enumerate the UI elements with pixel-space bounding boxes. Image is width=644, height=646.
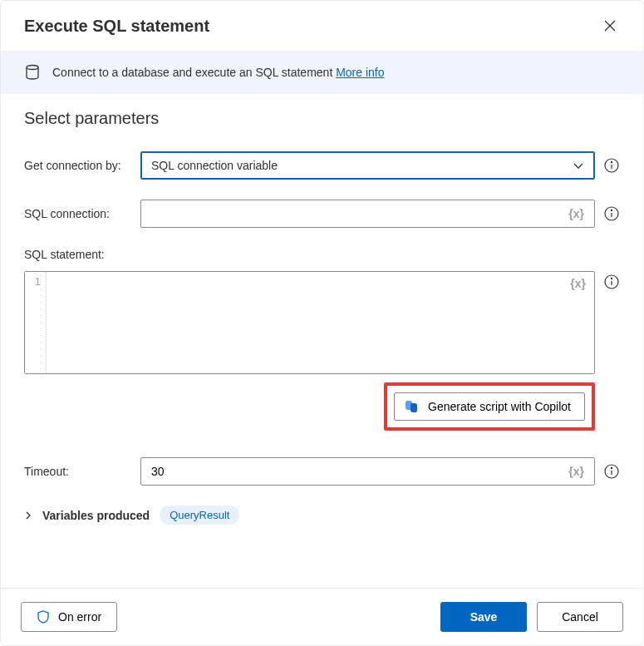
field-timeout: Timeout: {x}: [24, 457, 620, 486]
on-error-button[interactable]: On error: [21, 602, 117, 632]
variable-chip-queryresult[interactable]: QueryResult: [160, 505, 239, 525]
svg-point-14: [611, 467, 612, 468]
timeout-label: Timeout:: [24, 465, 140, 478]
cancel-button[interactable]: Cancel: [537, 602, 623, 632]
chevron-down-icon: [573, 160, 584, 171]
dialog-header: Execute SQL statement: [1, 1, 643, 51]
execute-sql-dialog: Execute SQL statement Connect to a datab…: [0, 0, 644, 646]
dialog-title: Execute SQL statement: [24, 17, 209, 36]
timeout-info[interactable]: [603, 463, 620, 480]
svg-point-5: [611, 161, 612, 162]
editor-gutter: 1: [25, 272, 47, 373]
copilot-highlight: Generate script with Copilot: [384, 382, 595, 431]
sql-connection-info[interactable]: [603, 205, 620, 222]
generate-script-copilot-button[interactable]: Generate script with Copilot: [394, 392, 585, 421]
get-connection-by-info[interactable]: [603, 157, 620, 174]
dialog-content: Select parameters Get connection by: SQL…: [1, 94, 643, 588]
more-info-link[interactable]: More info: [336, 66, 384, 79]
close-button[interactable]: [600, 16, 620, 36]
copilot-row: Generate script with Copilot: [24, 382, 620, 431]
sql-connection-label: SQL connection:: [24, 207, 140, 220]
field-sql-connection: SQL connection: {x}: [24, 200, 620, 228]
info-icon: [604, 274, 619, 289]
svg-point-11: [611, 278, 612, 279]
info-icon: [604, 158, 619, 173]
timeout-input[interactable]: [151, 465, 568, 478]
variables-produced-row[interactable]: Variables produced QueryResult: [24, 505, 620, 525]
field-sql-statement: SQL statement: 1 {x}: [24, 248, 620, 374]
close-icon: [604, 20, 616, 32]
sql-statement-info[interactable]: [603, 271, 620, 288]
svg-point-8: [611, 210, 612, 210]
line-number: 1: [35, 275, 41, 288]
info-banner: Connect to a database and execute an SQL…: [1, 51, 643, 94]
on-error-label: On error: [58, 610, 101, 624]
info-icon: [604, 206, 619, 221]
save-button[interactable]: Save: [440, 602, 527, 632]
section-title: Select parameters: [24, 109, 620, 128]
get-connection-by-select[interactable]: SQL connection variable: [140, 151, 595, 180]
get-connection-by-value: SQL connection variable: [151, 159, 573, 172]
shield-icon: [37, 610, 50, 624]
sql-connection-input[interactable]: [151, 207, 568, 220]
sql-connection-input-wrap: {x}: [140, 200, 595, 228]
banner-text: Connect to a database and execute an SQL…: [52, 66, 385, 79]
copilot-icon: [403, 398, 420, 415]
variable-icon[interactable]: {x}: [568, 465, 584, 478]
get-connection-by-label: Get connection by:: [24, 159, 140, 172]
variable-icon[interactable]: {x}: [570, 277, 586, 290]
editor-body[interactable]: {x}: [47, 272, 594, 373]
sql-statement-label: SQL statement:: [24, 248, 140, 261]
field-get-connection-by: Get connection by: SQL connection variab…: [24, 151, 620, 180]
database-icon: [24, 64, 41, 81]
dialog-footer: On error Save Cancel: [1, 588, 643, 645]
footer-actions: Save Cancel: [440, 602, 623, 632]
copilot-button-label: Generate script with Copilot: [428, 400, 571, 413]
sql-statement-editor[interactable]: 1 {x}: [24, 271, 595, 374]
info-icon: [604, 464, 619, 479]
variable-icon[interactable]: {x}: [568, 207, 584, 220]
timeout-input-wrap: {x}: [140, 457, 595, 486]
chevron-right-icon: [24, 511, 32, 520]
variables-produced-label: Variables produced: [42, 509, 150, 522]
svg-point-2: [27, 66, 38, 70]
